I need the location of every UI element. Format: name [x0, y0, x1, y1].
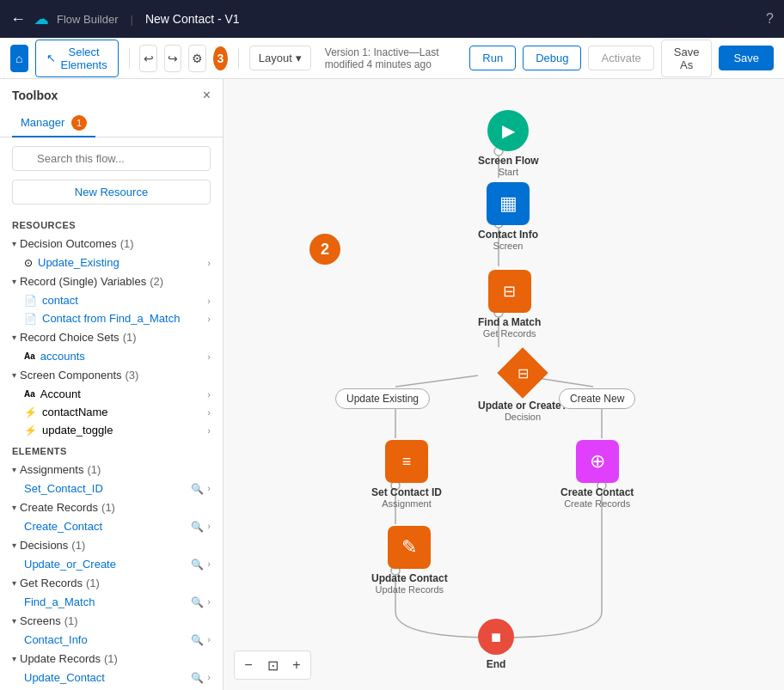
text-icon: Aa: [24, 389, 35, 399]
chevron-down-icon: ▾: [12, 370, 16, 380]
search-element-icon[interactable]: 🔍: [191, 521, 204, 533]
chevron-down-icon: ▾: [12, 239, 16, 248]
arrow-icon: ›: [207, 389, 211, 400]
arrow-icon: ›: [207, 407, 211, 418]
top-nav: ← ☁ Flow Builder | New Contact - V1 ?: [0, 0, 784, 38]
resource-contact-from-find[interactable]: 📄 Contact from Find_a_Match ›: [0, 309, 223, 327]
step-badge-2: 2: [309, 234, 340, 265]
chevron-down-icon: ▾: [12, 616, 16, 626]
node-find-match[interactable]: ⊟ Find a Match Get Records: [478, 270, 541, 339]
element-create-contact[interactable]: Create_Contact 🔍 ›: [0, 517, 223, 535]
flow-name: New Contact - V1: [145, 12, 240, 26]
element-find-a-match[interactable]: Find_a_Match 🔍 ›: [0, 593, 223, 611]
svg-line-6: [395, 376, 478, 387]
node-decision-label: Update or Create?: [478, 400, 567, 412]
tree-create-records[interactable]: ▾ Create Records (1): [0, 498, 223, 517]
resource-contactname[interactable]: ⚡ contactName ›: [0, 403, 223, 421]
canvas-area[interactable]: 2: [224, 79, 784, 690]
step-badge-3[interactable]: 3: [213, 46, 228, 70]
decision-icon: ⊟: [518, 365, 529, 382]
assignment-icon: ≡: [402, 453, 412, 471]
tree-assignments[interactable]: ▾ Assignments (1): [0, 460, 223, 479]
home-icon: ⌂: [15, 52, 22, 65]
toolbox-close-button[interactable]: ×: [203, 88, 211, 103]
select-elements-button[interactable]: ↖ Select Elements: [35, 40, 119, 77]
back-button[interactable]: ←: [10, 10, 26, 28]
arrow-icon[interactable]: ›: [207, 483, 211, 495]
arrow-icon[interactable]: ›: [207, 634, 211, 646]
search-element-icon[interactable]: 🔍: [191, 559, 204, 571]
tree-update-records[interactable]: ▾ Update Records (1): [0, 649, 223, 669]
element-update-contact[interactable]: Update_Contact 🔍 ›: [0, 669, 223, 687]
search-element-icon[interactable]: 🔍: [191, 634, 204, 646]
undo-button[interactable]: ↩: [139, 45, 157, 72]
node-end-label: End: [487, 658, 506, 670]
node-set-contact-id-label: Set Contact ID: [371, 486, 442, 498]
node-decision[interactable]: ⊟ Update or Create? Decision: [478, 350, 567, 422]
save-button[interactable]: Save: [719, 46, 774, 70]
node-update-contact-sublabel: Update Records: [376, 584, 444, 595]
toolbox-content: RESOURCES ▾ Decision Outcomes (1) ⊙ Upda…: [0, 213, 223, 690]
node-find-match-label: Find a Match: [478, 316, 541, 328]
search-input[interactable]: [12, 146, 211, 171]
tree-decision-outcomes[interactable]: ▾ Decision Outcomes (1): [0, 234, 223, 253]
activate-button[interactable]: Activate: [588, 46, 653, 70]
save-as-button[interactable]: Save As: [661, 40, 713, 77]
status-text: Version 1: Inactive—Last modified 4 minu…: [325, 46, 463, 70]
settings-button[interactable]: ⚙: [188, 45, 206, 72]
toolbar: ⌂ ↖ Select Elements ↩ ↪ ⚙ 3 Layout ▾ Ver…: [0, 38, 784, 79]
element-contact-info[interactable]: Contact_Info 🔍 ›: [0, 631, 223, 649]
redo-icon: ↪: [168, 52, 178, 65]
text-icon: Aa: [24, 351, 35, 361]
arrow-icon[interactable]: ›: [207, 521, 211, 533]
arrow-icon[interactable]: ›: [207, 559, 211, 571]
resource-update-existing[interactable]: ⊙ Update_Existing ›: [0, 253, 223, 272]
divider-2: [238, 48, 239, 69]
element-update-or-create[interactable]: Update_or_Create 🔍 ›: [0, 555, 223, 573]
search-element-icon[interactable]: 🔍: [191, 596, 204, 608]
tab-manager[interactable]: Manager 1: [12, 110, 95, 137]
resource-accounts[interactable]: Aa accounts ›: [0, 347, 223, 365]
arrow-icon[interactable]: ›: [207, 672, 211, 684]
node-create-contact-sublabel: Create Records: [564, 498, 630, 509]
node-contact-info[interactable]: ▦ Contact Info Screen: [478, 182, 538, 251]
tree-record-variables[interactable]: ▾ Record (Single) Variables (2): [0, 272, 223, 291]
resource-update-toggle[interactable]: ⚡ update_toggle ›: [0, 421, 223, 439]
search-element-icon[interactable]: 🔍: [191, 672, 204, 684]
screen-icon: ▦: [499, 192, 518, 215]
tree-get-records[interactable]: ▾ Get Records (1): [0, 573, 223, 593]
node-decision-sublabel: Decision: [505, 412, 541, 422]
tree-decisions[interactable]: ▾ Decisions (1): [0, 535, 223, 555]
node-create-contact[interactable]: ⊕ Create Contact Create Records: [560, 440, 634, 509]
debug-button[interactable]: Debug: [523, 46, 581, 70]
element-set-contact-id[interactable]: Set_Contact_ID 🔍 ›: [0, 479, 223, 498]
redo-button[interactable]: ↪: [164, 45, 182, 72]
zoom-in-button[interactable]: +: [285, 653, 309, 677]
select-elements-label: Select Elements: [61, 46, 107, 71]
connector-create-new[interactable]: Create New: [559, 388, 635, 409]
run-button[interactable]: Run: [469, 46, 516, 70]
arrow-icon[interactable]: ›: [207, 596, 211, 608]
tree-screens[interactable]: ▾ Screens (1): [0, 611, 223, 631]
app-name: Flow Builder: [57, 13, 119, 26]
resource-account[interactable]: Aa Account ›: [0, 385, 223, 403]
node-update-contact[interactable]: ✎ Update Contact Update Records: [371, 526, 448, 595]
node-create-contact-label: Create Contact: [560, 486, 634, 498]
new-resource-button[interactable]: New Resource: [12, 180, 211, 205]
search-element-icon[interactable]: 🔍: [191, 483, 204, 495]
connector-update-existing[interactable]: Update Existing: [335, 388, 430, 409]
node-end[interactable]: ■ End: [478, 619, 514, 670]
node-set-contact-id[interactable]: ≡ Set Contact ID Assignment: [371, 440, 442, 509]
tree-screen-components[interactable]: ▾ Screen Components (3): [0, 365, 223, 385]
fit-button[interactable]: ⊡: [260, 653, 285, 677]
arrow-icon: ›: [207, 258, 211, 268]
stop-icon: ■: [491, 627, 501, 647]
layout-button[interactable]: Layout ▾: [249, 46, 311, 70]
layout-label: Layout: [259, 52, 292, 64]
tree-record-choice-sets[interactable]: ▾ Record Choice Sets (1): [0, 327, 223, 347]
zoom-out-button[interactable]: −: [236, 653, 260, 677]
resource-contact[interactable]: 📄 contact ›: [0, 291, 223, 309]
help-button[interactable]: ?: [766, 11, 774, 27]
home-button[interactable]: ⌂: [10, 45, 28, 72]
node-start[interactable]: ▶ Screen Flow Start: [478, 110, 539, 177]
